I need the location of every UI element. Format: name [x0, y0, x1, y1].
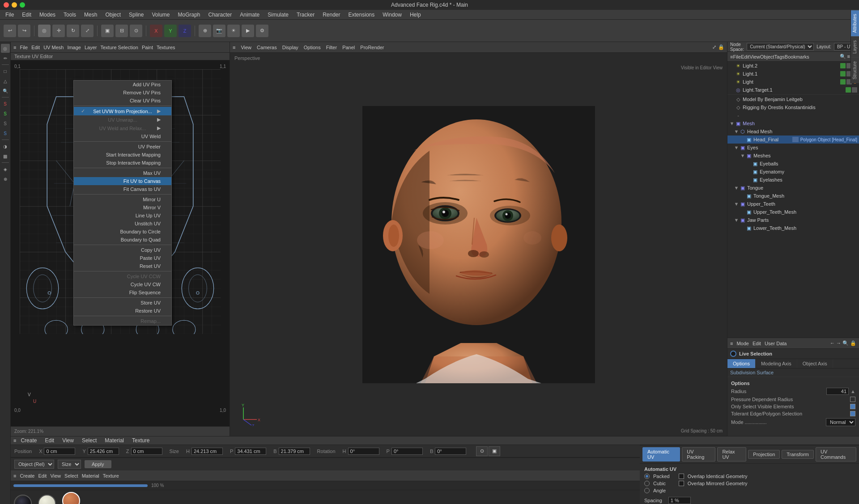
- object-rel-select[interactable]: Object (Rel): [14, 460, 54, 469]
- render-btn[interactable]: ▶: [242, 25, 254, 37]
- render-settings[interactable]: ⚙: [256, 25, 268, 37]
- menu-modes[interactable]: Modes: [36, 11, 59, 19]
- tree-item-null-small[interactable]: -: [727, 111, 859, 119]
- attr-tab-object-axis[interactable]: Object Axis: [797, 359, 833, 368]
- tool-fill[interactable]: ▩: [1, 152, 10, 161]
- angle-radio[interactable]: [644, 488, 650, 493]
- vert-tab-attributes[interactable]: Attributes: [851, 10, 859, 36]
- viewport-view-menu[interactable]: View: [241, 45, 251, 50]
- menu-tools[interactable]: Tools: [60, 11, 80, 19]
- viewport-options-menu[interactable]: Options: [304, 45, 321, 50]
- tool-s3[interactable]: S: [1, 119, 10, 128]
- scene-edit-btn[interactable]: Edit: [741, 54, 749, 59]
- dd-paste-uv[interactable]: Paste UV: [74, 254, 171, 262]
- viewport-hamburger[interactable]: ≡: [233, 45, 235, 50]
- spacing-input[interactable]: [668, 497, 691, 504]
- dd-copy-uv[interactable]: Copy UV: [74, 246, 171, 254]
- scene-bookmarks-btn[interactable]: Bookmarks: [785, 54, 809, 59]
- dd-uv-peeler[interactable]: UV Peeler: [74, 143, 171, 151]
- dd-mirror-u[interactable]: Mirror U: [74, 195, 171, 203]
- viewport-prorender-menu[interactable]: ProRender: [360, 45, 384, 50]
- tree-item-eyenatomy[interactable]: ▣ Eyenatomy: [727, 168, 859, 176]
- rot-p-input[interactable]: [391, 448, 423, 455]
- dd-store-uv[interactable]: Store UV: [74, 299, 171, 307]
- uv-file-menu[interactable]: File: [20, 45, 28, 50]
- dd-restore-uv[interactable]: Restore UV: [74, 307, 171, 315]
- attr-edit-btn[interactable]: Edit: [753, 341, 761, 346]
- point-mode[interactable]: ⊙: [130, 25, 142, 37]
- tree-item-upper-teeth-mesh[interactable]: ▣ Upper_Teeth_Mesh: [727, 208, 859, 216]
- vert-tab-structure[interactable]: Structure: [851, 57, 859, 83]
- menu-animate[interactable]: Animate: [236, 11, 263, 19]
- dd-flip-sequence[interactable]: Flip Sequence: [74, 288, 171, 296]
- menu-volume[interactable]: Volume: [148, 11, 173, 19]
- tool-poly[interactable]: △: [1, 76, 10, 85]
- uv-edit-menu[interactable]: Edit: [31, 45, 40, 50]
- attr-tab-modeling-axis[interactable]: Modeling Axis: [756, 359, 797, 368]
- tree-item-model[interactable]: ◇ Model By Benjamin Leitgeb: [727, 95, 859, 103]
- pressure-checkbox[interactable]: [850, 397, 855, 402]
- tree-item-eyelashes[interactable]: ▣ Eyelashes: [727, 176, 859, 184]
- tool-rect[interactable]: □: [1, 67, 10, 76]
- material-teeth[interactable]: Teeth: [37, 495, 57, 504]
- dd-stop-interactive[interactable]: Stop Interactive Mapping: [74, 159, 171, 167]
- scene-view-btn[interactable]: View: [749, 54, 760, 59]
- uv-paint-menu[interactable]: Paint: [142, 45, 153, 50]
- pos-z-input[interactable]: [131, 448, 162, 455]
- overlap-mirrored-checkbox[interactable]: [679, 481, 684, 486]
- bottom-create-tab[interactable]: Create: [17, 436, 40, 445]
- mat-select-btn[interactable]: Select: [64, 473, 78, 479]
- menu-extensions[interactable]: Extensions: [345, 11, 378, 19]
- viewport-filter-menu[interactable]: Filter: [326, 45, 337, 50]
- material-flesh[interactable]: Flesh Tone: [61, 492, 81, 504]
- attr-mode-btn[interactable]: Mode: [736, 341, 749, 346]
- menu-file[interactable]: File: [2, 11, 17, 19]
- menu-spline[interactable]: Spline: [125, 11, 147, 19]
- pos-x-input[interactable]: [44, 448, 75, 455]
- dd-fit-uv-canvas[interactable]: Fit UV to Canvas: [74, 177, 171, 185]
- undo-btn[interactable]: ↩: [4, 25, 16, 37]
- apply-button[interactable]: Apply: [85, 460, 111, 468]
- camera-btn[interactable]: 📷: [213, 25, 225, 37]
- material-eyelashes[interactable]: Eyelashes: [13, 495, 33, 504]
- size-select[interactable]: Size: [58, 460, 81, 469]
- pos-y-input[interactable]: [88, 448, 119, 455]
- auto-tab-transform[interactable]: Transform: [782, 450, 814, 459]
- z-axis[interactable]: Z: [179, 25, 191, 37]
- minimize-button[interactable]: [12, 2, 17, 8]
- dd-boundary-quad[interactable]: Boundary to Quad: [74, 236, 171, 244]
- scale-tool[interactable]: ⤢: [81, 25, 94, 37]
- viewport-cameras-menu[interactable]: Cameras: [257, 45, 277, 50]
- viewport-panel-menu[interactable]: Panel: [342, 45, 355, 50]
- tree-item-upper-teeth-group[interactable]: ▼ ▣ Upper_Teeth: [727, 200, 859, 208]
- menu-render[interactable]: Render: [319, 11, 344, 19]
- uv-textures-menu[interactable]: Textures: [157, 45, 175, 50]
- mat-material-btn[interactable]: Material: [82, 473, 99, 479]
- tool-s2[interactable]: S: [1, 109, 10, 118]
- pos-icon-btn[interactable]: ⊙: [476, 446, 488, 456]
- size-p-input[interactable]: [235, 448, 266, 455]
- viewport-icons[interactable]: 🔒: [718, 44, 724, 50]
- tree-item-mesh-group[interactable]: ▼ ▣ Mesh: [727, 119, 859, 127]
- close-button[interactable]: [4, 2, 9, 8]
- bottom-edit-tab[interactable]: Edit: [41, 436, 58, 445]
- tree-item-light-target[interactable]: ◎ Light.Target.1: [727, 86, 859, 94]
- dd-uv-weld[interactable]: UV Weld: [74, 132, 171, 140]
- uv-mesh-menu[interactable]: UV Mesh: [43, 45, 64, 50]
- bottom-view-tab[interactable]: View: [59, 436, 77, 445]
- mat-create-btn[interactable]: Create: [20, 473, 34, 479]
- tree-item-lower-teeth-mesh[interactable]: ▣ Lower_Teeth_Mesh: [727, 224, 859, 232]
- visible-only-checkbox[interactable]: [850, 404, 855, 409]
- attr-lock-icon[interactable]: 🔒: [850, 340, 856, 346]
- tool-mag[interactable]: 🔍: [1, 86, 10, 95]
- tolerant-checkbox[interactable]: [850, 411, 855, 416]
- menu-simulate[interactable]: Simulate: [264, 11, 292, 19]
- menu-mograph[interactable]: MoGraph: [174, 11, 204, 19]
- mat-edit-btn[interactable]: Edit: [38, 473, 47, 479]
- overlap-identical-checkbox[interactable]: [679, 474, 684, 479]
- tree-item-light2[interactable]: ☀ Light.2: [727, 62, 859, 70]
- tree-item-eyeballs[interactable]: ▣ Eyeballs: [727, 160, 859, 168]
- dd-boundary-circle[interactable]: Boundary to Circle: [74, 228, 171, 236]
- menu-character[interactable]: Character: [205, 11, 236, 19]
- dd-unstitch-uv[interactable]: Unstitch UV: [74, 220, 171, 228]
